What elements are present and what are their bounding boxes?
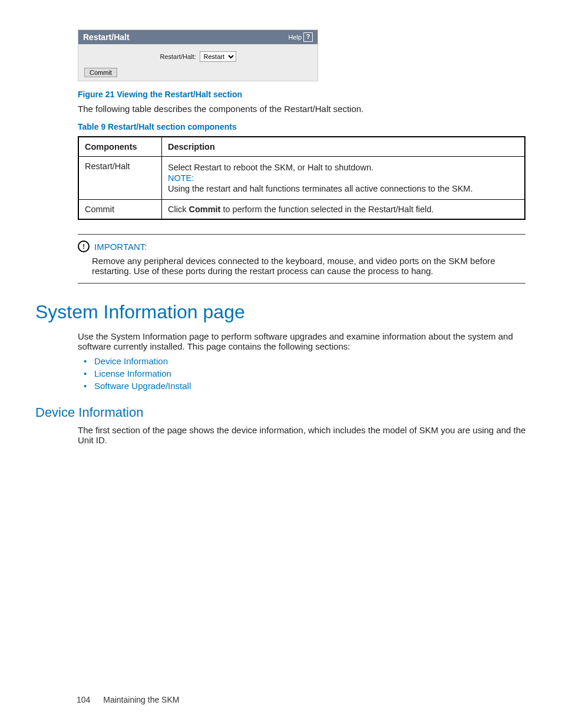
important-icon: !	[78, 241, 90, 252]
subsection-body: The first section of the page shows the …	[78, 425, 527, 445]
table-row: Restart/Halt Select Restart to reboot th…	[78, 157, 525, 200]
help-icon: ?	[303, 32, 313, 42]
note-label: NOTE:	[168, 173, 518, 183]
help-label: Help	[288, 34, 302, 41]
cell-component: Commit	[78, 200, 162, 220]
commit-button[interactable]: Commit	[84, 68, 117, 77]
panel-title: Restart/Halt	[83, 32, 130, 42]
list-link-device-info[interactable]: Device Information	[94, 356, 527, 366]
page-number: 104	[77, 695, 90, 704]
help-link[interactable]: Help ?	[288, 32, 313, 42]
restart-halt-panel: Restart/Halt Help ? Restart/Halt: Restar…	[78, 29, 318, 81]
important-label: IMPORTANT:	[94, 242, 147, 252]
section-body: Use the System Information page to perfo…	[78, 331, 527, 351]
section-list: Device Information License Information S…	[94, 356, 527, 391]
footer-title: Maintaining the SKM	[103, 695, 179, 704]
intro-text: The following table describes the compon…	[78, 104, 527, 114]
list-link-license-info[interactable]: License Information	[94, 368, 527, 378]
th-description: Description	[162, 137, 525, 157]
panel-body: Restart/Halt: Restart Commit	[78, 44, 318, 81]
field-label: Restart/Halt:	[160, 53, 196, 60]
table-row: Commit Click Commit to perform the funct…	[78, 200, 525, 220]
section-heading: System Information page	[35, 301, 527, 323]
subsection-heading: Device Information	[35, 405, 527, 420]
cell-description: Select Restart to reboot the SKM, or Hal…	[162, 157, 525, 200]
cell-description: Click Commit to perform the function sel…	[162, 200, 525, 220]
panel-header: Restart/Halt Help ?	[78, 30, 318, 44]
figure-caption: Figure 21 Viewing the Restart/Halt secti…	[78, 90, 527, 99]
table-caption: Table 9 Restart/Halt section components	[78, 122, 527, 131]
cell-component: Restart/Halt	[78, 157, 162, 200]
th-components: Components	[78, 137, 162, 157]
important-note: ! IMPORTANT: Remove any peripheral devic…	[78, 234, 525, 284]
restart-halt-select[interactable]: Restart	[200, 51, 236, 62]
important-body: Remove any peripheral devices connected …	[92, 256, 525, 276]
components-table: Components Description Restart/Halt Sele…	[78, 136, 525, 220]
list-link-software-upgrade[interactable]: Software Upgrade/Install	[94, 381, 527, 391]
page-footer: 104 Maintaining the SKM	[77, 695, 179, 704]
